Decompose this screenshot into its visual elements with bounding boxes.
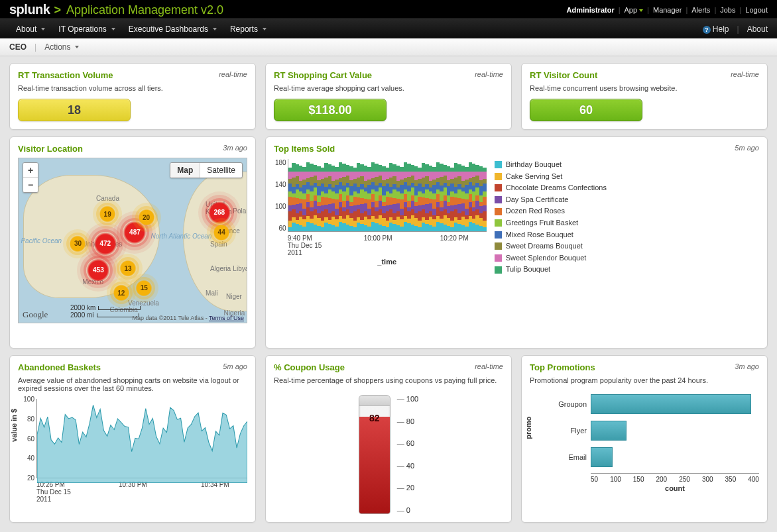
legend-label: Day Spa Certificate (506, 194, 569, 206)
legend-label: Sweet Splendor Bouquet (506, 252, 587, 264)
legend-item[interactable]: Cake Serving Set (495, 171, 607, 183)
panel-time: 5m ago (735, 144, 759, 152)
panel-abandoned-baskets: Abandoned Baskets 5m ago Average value o… (9, 355, 256, 523)
nav-it-operations[interactable]: IT Operations (52, 25, 121, 34)
legend-item[interactable]: Tulip Bouquet (495, 264, 607, 276)
y-axis: 18014010060 (274, 159, 288, 232)
panel-top-items-sold: Top Items Sold 5m ago 18014010060 9:40 P… (265, 136, 768, 348)
x-axis: 9:40 PM Thu Dec 15 201110:00 PM10:20 PM (288, 235, 487, 256)
legend-item[interactable]: Greetings Fruit Basket (495, 217, 607, 229)
legend-item[interactable]: Chocolate Dreams Confections (495, 182, 607, 194)
legend-swatch-icon (495, 208, 502, 215)
legend-item[interactable]: Dozen Red Roses (495, 205, 607, 217)
app-menu[interactable]: App (625, 6, 644, 14)
hbar (591, 447, 613, 467)
manager-link[interactable]: Manager (653, 6, 682, 14)
help-link[interactable]: ?Help (703, 25, 729, 34)
panel-time: real-time (475, 70, 503, 78)
panel-desc: Real-time concurrent users browsing webs… (530, 84, 759, 92)
legend-swatch-icon (495, 231, 502, 239)
app-title: Application Management v2.0 (66, 3, 223, 17)
jobs-link[interactable]: Jobs (720, 6, 735, 14)
legend-swatch-icon (495, 173, 502, 180)
gauge-fill (359, 417, 390, 513)
map-marker[interactable]: 20 (138, 209, 155, 226)
panel-desc: Promotional program popularity over the … (530, 376, 759, 384)
panel-time: real-time (731, 70, 759, 78)
legend-item[interactable]: Mixed Rose Bouquet (495, 229, 607, 241)
x-axis: 10:26 PM Thu Dec 15 201110:30 PM10:34 PM (36, 481, 247, 503)
legend-swatch-icon (495, 254, 502, 262)
map-marker[interactable]: 19 (99, 205, 116, 223)
map-marker[interactable]: 15 (135, 280, 152, 297)
map-scale: 2000 km 2000 mi (70, 304, 141, 319)
x-axis-label: _time (288, 258, 487, 266)
legend-item[interactable]: Sweet Dreams Bouquet (495, 240, 607, 252)
hbar-chart: promo GrouponFlyerEmail 5010015020025030… (530, 391, 759, 492)
nav-executive-dashboards[interactable]: Executive Dashboards (122, 25, 223, 34)
map-marker[interactable]: 12 (113, 284, 130, 301)
gauge-chart: 82 100806040200 (274, 395, 503, 514)
hbar-label: Groupon (547, 400, 587, 408)
nav-reports[interactable]: Reports (223, 25, 273, 34)
hbar (591, 421, 627, 441)
legend-swatch-icon (495, 184, 502, 191)
panel-title: % Coupon Usage (274, 362, 345, 372)
map-type-map-button[interactable]: Map (170, 163, 200, 178)
hbar-row: Flyer (547, 417, 759, 444)
panel-time: real-time (219, 70, 247, 78)
map-marker[interactable]: 453 (86, 258, 110, 282)
google-logo: Google (23, 309, 48, 320)
current-user[interactable]: Administrator (567, 6, 615, 14)
page-title: CEO (9, 42, 27, 52)
map-marker[interactable]: 472 (93, 232, 117, 256)
brand: splunk > Application Management v2.0 (9, 2, 223, 17)
panel-desc: Real-time transaction volume across all … (18, 84, 247, 92)
legend-item[interactable]: Sweet Splendor Bouquet (495, 252, 607, 264)
legend-item[interactable]: Day Spa Certificate (495, 194, 607, 206)
terms-of-use-link[interactable]: Terms of Use (209, 315, 244, 321)
legend-label: Birthday Bouquet (506, 159, 562, 171)
panel-time: 3m ago (735, 362, 759, 370)
panel-title: Top Promotions (530, 362, 595, 372)
map-marker[interactable]: 44 (213, 224, 230, 241)
legend-item[interactable]: Birthday Bouquet (495, 159, 607, 171)
visitor-map[interactable]: Pacific Ocean North Atlantic Ocean Canad… (18, 158, 247, 323)
zoom-out-button[interactable]: − (23, 178, 38, 192)
panel-time: 5m ago (223, 362, 247, 370)
panel-time: 3m ago (223, 144, 247, 152)
legend-label: Greetings Fruit Basket (506, 217, 578, 229)
line-chart: 10080604020 (36, 399, 247, 478)
page-subbar: CEO | Actions (0, 38, 777, 56)
panel-title: Top Items Sold (274, 144, 335, 154)
brand-caret-icon: > (54, 3, 61, 17)
hbar-label: Flyer (547, 427, 587, 435)
gauge-value: 82 (359, 413, 390, 423)
panel-title: Visitor Location (18, 144, 83, 154)
chevron-down-icon (41, 28, 45, 30)
nav-about-right[interactable]: About (747, 25, 768, 34)
panel-visitor-location: Visitor Location 3m ago Pacific Ocean No… (9, 136, 256, 348)
nav-about[interactable]: About (9, 25, 52, 34)
chart-legend: Birthday BouquetCake Serving SetChocolat… (495, 159, 607, 276)
panel-time: real-time (475, 362, 503, 370)
panel-title: Abandoned Baskets (18, 362, 101, 372)
hbar-row: Email (547, 444, 759, 470)
map-marker[interactable]: 30 (69, 235, 86, 252)
actions-menu[interactable]: Actions (44, 42, 78, 52)
main-nav: About IT Operations Executive Dashboards… (0, 19, 777, 38)
hbar (591, 394, 751, 414)
map-zoom-controls: + − (23, 162, 38, 193)
panel-desc: Real-time percentage of shoppers using c… (274, 376, 503, 384)
map-marker[interactable]: 13 (119, 260, 137, 277)
legend-swatch-icon (495, 219, 502, 227)
panel-desc: Average value of abandoned shopping cart… (18, 376, 247, 392)
zoom-in-button[interactable]: + (23, 163, 38, 178)
legend-label: Sweet Dreams Bouquet (506, 240, 583, 252)
logout-link[interactable]: Logout (745, 6, 768, 14)
map-marker[interactable]: 268 (208, 201, 231, 225)
alerts-link[interactable]: Alerts (691, 6, 710, 14)
gauge-scale: 100806040200 (397, 395, 418, 514)
map-type-satellite-button[interactable]: Satellite (200, 163, 242, 178)
panel-rt-visitor-count: RT Visitor Count real-time Real-time con… (521, 63, 768, 130)
